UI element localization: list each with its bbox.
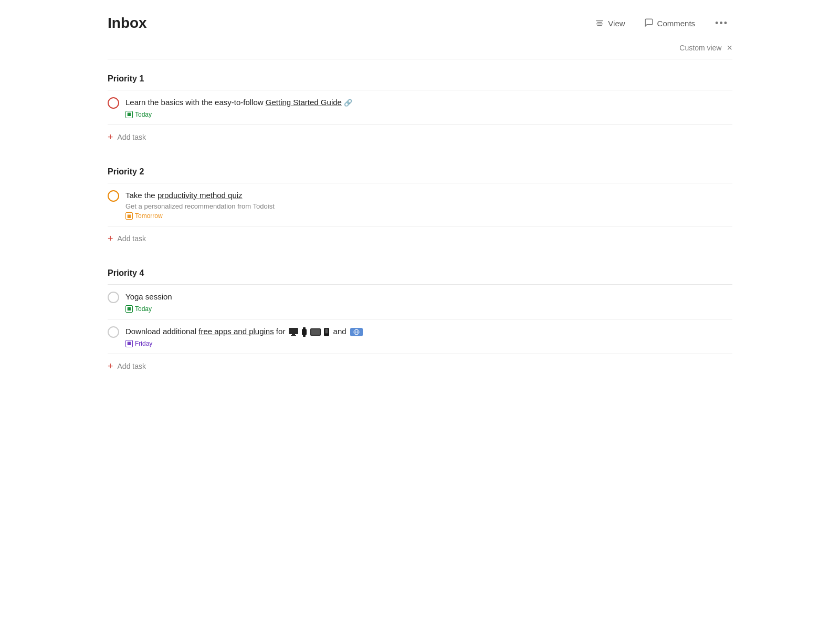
task-3-content: Yoga session ▦ Today — [125, 291, 732, 313]
watch-icon — [301, 327, 308, 337]
table-row: Take the productivity method quiz Get a … — [108, 183, 732, 227]
task-4-content: Download additional free apps and plugin… — [125, 326, 732, 347]
table-row: Download additional free apps and plugin… — [108, 319, 732, 354]
task-1-title: Learn the basics with the easy-to-follow… — [125, 97, 732, 109]
task-2-description: Get a personalized recommendation from T… — [125, 202, 732, 210]
more-options-icon[interactable]: ••• — [711, 16, 732, 31]
add-task-icon: + — [108, 361, 113, 371]
task-4-checkbox[interactable] — [108, 326, 119, 338]
task-2-content: Take the productivity method quiz Get a … — [125, 190, 732, 220]
header-divider — [108, 59, 732, 59]
task-1-title-plain: Learn the basics with the easy-to-follow — [125, 98, 266, 107]
and-text: and — [333, 326, 346, 338]
custom-view-bar: Custom view × — [108, 40, 732, 59]
svg-rect-4 — [289, 328, 298, 334]
view-icon — [595, 18, 604, 28]
task-3-date: ▦ Today — [125, 305, 152, 313]
task-3-checkbox[interactable] — [108, 292, 119, 303]
comment-icon — [644, 18, 654, 29]
comments-button[interactable]: Comments — [641, 16, 699, 31]
task-4-meta: ▦ Friday — [125, 340, 732, 347]
custom-view-label: Custom view — [679, 44, 721, 52]
tablet-icon — [310, 328, 321, 336]
custom-view-close-button[interactable]: × — [727, 43, 732, 53]
svg-rect-9 — [303, 335, 306, 337]
table-row: Learn the basics with the easy-to-follow… — [108, 90, 732, 125]
task-4-title: Download additional free apps and plugin… — [125, 326, 732, 338]
task-1-content: Learn the basics with the easy-to-follow… — [125, 97, 732, 118]
priority-4-section: Priority 4 Yoga session ▦ Today Download… — [108, 268, 732, 375]
svg-rect-11 — [311, 329, 320, 335]
priority-4-heading: Priority 4 — [108, 268, 732, 278]
comments-label: Comments — [657, 19, 696, 28]
page-header: Inbox View Co — [108, 0, 732, 40]
page-title: Inbox — [108, 15, 147, 32]
task-2-title-plain: Take the — [125, 191, 158, 200]
task-1-date: ▦ Today — [125, 111, 152, 118]
task-2-meta: ▦ Tomorrow — [125, 212, 732, 220]
phone-icon — [323, 327, 330, 337]
task-2-date: ▦ Tomorrow — [125, 212, 163, 220]
task-2-title-link[interactable]: productivity method quiz — [158, 191, 243, 200]
date-icon: ▦ — [125, 212, 133, 220]
add-task-label: Add task — [118, 133, 146, 141]
priority-4-add-task[interactable]: + Add task — [108, 354, 732, 375]
priority-1-heading: Priority 1 — [108, 74, 732, 84]
task-3-meta: ▦ Today — [125, 305, 732, 313]
view-label: View — [608, 19, 625, 28]
task-4-date: ▦ Friday — [125, 340, 152, 347]
date-icon: ▦ — [125, 340, 133, 347]
add-task-label: Add task — [118, 234, 146, 243]
svg-rect-13 — [325, 328, 328, 333]
svg-rect-7 — [302, 329, 307, 335]
app-icons: and — [288, 326, 363, 338]
priority-2-heading: Priority 2 — [108, 167, 732, 177]
date-icon: ▦ — [125, 111, 133, 118]
priority-1-section: Priority 1 Learn the basics with the eas… — [108, 74, 732, 146]
task-4-title-link[interactable]: free apps and plugins — [198, 327, 274, 336]
add-task-icon: + — [108, 234, 113, 243]
date-icon: ▦ — [125, 305, 133, 313]
task-1-meta: ▦ Today — [125, 111, 732, 118]
task-3-title: Yoga session — [125, 291, 732, 303]
task-4-title-plain: Download additional — [125, 327, 198, 336]
view-button[interactable]: View — [592, 16, 628, 30]
add-task-label: Add task — [118, 362, 146, 370]
add-task-icon: + — [108, 132, 113, 142]
task-2-checkbox[interactable] — [108, 190, 119, 202]
table-row: Yoga session ▦ Today — [108, 285, 732, 319]
task-4-title-suffix: for — [274, 327, 286, 336]
task-2-title: Take the productivity method quiz — [125, 190, 732, 202]
svg-rect-6 — [291, 335, 296, 336]
header-actions: View Comments ••• — [592, 16, 732, 31]
link-icon: 🔗 — [344, 99, 352, 107]
svg-rect-5 — [292, 334, 295, 335]
priority-2-section: Priority 2 Take the productivity method … — [108, 167, 732, 248]
task-1-title-link[interactable]: Getting Started Guide — [266, 98, 342, 107]
svg-rect-8 — [303, 327, 306, 329]
task-1-checkbox[interactable] — [108, 97, 119, 109]
monitor-icon — [288, 328, 299, 336]
priority-2-add-task[interactable]: + Add task — [108, 226, 732, 247]
priority-1-add-task[interactable]: + Add task — [108, 125, 732, 146]
web-icon — [350, 328, 363, 336]
